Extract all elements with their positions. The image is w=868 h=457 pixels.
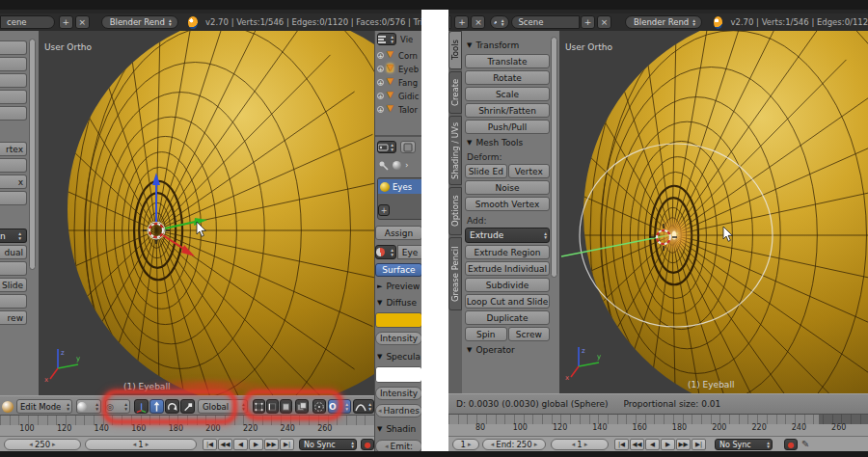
subdivide-button[interactable]: Subdivide <box>465 278 550 292</box>
3d-viewport[interactable]: zyx User Ortho (1) Eyeball <box>39 31 374 395</box>
tool-shelf-stub-button[interactable] <box>0 73 27 88</box>
sync-mode-dropdown[interactable]: No Sync▴▾ <box>299 439 357 450</box>
panel-header-specular[interactable]: ▼Specula <box>377 352 420 362</box>
tool-shelf-stub-button[interactable] <box>0 191 27 205</box>
tab-options[interactable]: Options <box>448 187 462 235</box>
duplicate-button[interactable]: Duplicate <box>465 310 550 325</box>
add-scene-button[interactable]: + <box>581 15 595 29</box>
render-engine-dropdown[interactable]: Blender Render▴▾ <box>625 15 702 29</box>
outliner-item[interactable]: Eyeb <box>398 65 421 74</box>
tool-shelf-stub-button[interactable]: rew <box>0 310 27 325</box>
specular-intensity-slider[interactable]: Intensity <box>375 387 421 400</box>
loop-cut-and-slide-button[interactable]: Loop Cut and Slide <box>465 294 550 309</box>
scene-name-field[interactable]: Scene <box>511 15 580 29</box>
rotate-button[interactable]: Rotate <box>465 70 550 85</box>
jump-to-end-button[interactable]: ▶| <box>692 439 706 450</box>
jump-to-start-button[interactable]: |◀ <box>614 439 629 450</box>
expand-icon[interactable]: + <box>377 106 384 113</box>
assign-button[interactable]: Assign <box>375 226 421 240</box>
material-slot-active[interactable]: Eyes <box>378 179 421 194</box>
tab-tools[interactable]: Tools <box>448 31 462 69</box>
close-button[interactable]: × <box>471 15 485 29</box>
falloff-dropdown[interactable]: ▴▾ <box>353 399 374 414</box>
slide-ed-button[interactable]: Slide Ed <box>465 164 507 178</box>
play-button[interactable]: ▶ <box>249 439 263 450</box>
record-button[interactable]: ● <box>784 439 798 450</box>
3d-viewport[interactable]: zyx User Ortho (1) Eyeball <box>559 31 868 393</box>
tool-shelf-stub-button[interactable] <box>0 294 27 309</box>
specular-color-swatch[interactable] <box>375 366 421 383</box>
panel-header-shading[interactable]: ▼Shadin <box>377 424 416 434</box>
extrude-individual-button[interactable]: Extrude Individual <box>465 261 550 276</box>
tool-shelf-stub-button[interactable] <box>0 40 27 55</box>
current-frame-field[interactable]: ◂1▸ <box>85 439 197 450</box>
noise-button[interactable]: Noise <box>465 180 550 195</box>
scene-name-field[interactable]: cene <box>0 15 55 29</box>
scale-button[interactable]: Scale <box>465 87 550 101</box>
tab-grease-pencil[interactable]: Grease Pencil <box>448 237 462 310</box>
editor-type-dropdown[interactable]: ▴▾ <box>377 141 396 153</box>
start-frame-field[interactable]: 1▸ <box>452 439 479 450</box>
timeline-ruler[interactable]: 80100120140160180200220240260 <box>448 415 868 436</box>
vertex-button[interactable]: Vertex <box>508 164 551 178</box>
mode-dropdown[interactable]: Edit Mode▴▾ <box>16 399 72 414</box>
hardness-slider[interactable]: ◂Hardnes <box>375 404 421 417</box>
expand-icon[interactable]: + <box>377 79 384 86</box>
jump-to-start-button[interactable]: |◀ <box>203 439 217 450</box>
prev-keyframe-button[interactable]: ◀◀ <box>218 439 232 450</box>
tab-shading-uvs[interactable]: Shading / UVs <box>448 116 462 185</box>
sync-mode-dropdown[interactable]: No Sync▴▾ <box>715 439 773 450</box>
jump-to-end-button[interactable]: ▶| <box>280 439 294 450</box>
add-button[interactable]: + <box>454 15 469 29</box>
add-scene-button[interactable]: + <box>59 15 73 29</box>
scene-browse-dropdown[interactable]: ▴▾ <box>490 15 509 29</box>
screw-button[interactable]: Screw <box>508 327 551 341</box>
emit-slider[interactable]: ◂Emit: <box>375 440 421 451</box>
smooth-vertex-button[interactable]: Smooth Vertex <box>465 197 550 211</box>
material-preview-dropdown[interactable]: ▴▾ <box>375 245 396 259</box>
shrink-fatten-button[interactable]: Shrink/Fatten <box>465 103 550 118</box>
next-keyframe-button[interactable]: ▶▶ <box>264 439 279 450</box>
panel-header-preview[interactable]: ►Preview <box>377 282 420 291</box>
material-name-field[interactable]: Eye <box>397 245 421 259</box>
shelf-scrollbar[interactable] <box>551 37 557 278</box>
close-scene-button[interactable]: × <box>75 15 90 29</box>
outliner-item[interactable]: Fang <box>398 78 421 88</box>
tool-shelf-stub-button[interactable]: x <box>0 175 27 189</box>
panel-header-mesh-tools[interactable]: ▼Mesh Tools <box>467 138 550 148</box>
render-engine-dropdown[interactable]: Blender Render▴▾ <box>101 15 178 29</box>
push-pull-button[interactable]: Push/Pull <box>465 120 550 134</box>
prev-keyframe-button[interactable]: ◀◀ <box>630 439 644 450</box>
pin-icon[interactable] <box>378 160 389 173</box>
play-button[interactable]: ▶ <box>661 439 675 450</box>
tool-shelf-stub-button[interactable]: Slide <box>0 278 27 292</box>
outliner-item[interactable]: Gidic <box>398 92 421 101</box>
play-reverse-button[interactable]: ◀ <box>645 439 660 450</box>
shelf-scrollbar[interactable] <box>29 39 36 270</box>
tool-shelf-stub-button[interactable]: n▴▾ <box>0 228 27 243</box>
panel-header-operator[interactable]: ▼Operator <box>467 345 550 355</box>
next-keyframe-button[interactable]: ▶▶ <box>676 439 691 450</box>
diffuse-color-swatch[interactable] <box>375 312 421 328</box>
viewport-canvas[interactable]: zyx <box>39 31 374 395</box>
tool-shelf-stub-button[interactable]: rtex <box>0 142 27 156</box>
record-button[interactable]: ● <box>361 439 374 450</box>
extrude-dropdown[interactable]: Extrude▴▾ <box>465 228 550 243</box>
expand-icon[interactable]: + <box>377 93 384 99</box>
close-scene-button[interactable]: × <box>597 15 611 29</box>
extrude-region-button[interactable]: Extrude Region <box>465 245 550 259</box>
diffuse-intensity-slider[interactable]: Intensity <box>375 332 421 345</box>
play-reverse-button[interactable]: ◀ <box>233 439 248 450</box>
tab-create[interactable]: Create <box>448 71 462 114</box>
editor-type-dropdown[interactable]: ▴▾ <box>377 33 396 45</box>
tool-shelf-stub-button[interactable] <box>0 106 27 121</box>
brush-icon[interactable]: ✎ <box>801 439 809 449</box>
end-frame-field[interactable]: ◂250▸ <box>4 439 81 450</box>
outliner-view-menu[interactable]: Vie <box>400 35 413 44</box>
panel-header-diffuse[interactable]: ▼Diffuse <box>377 298 417 308</box>
tool-shelf-stub-button[interactable] <box>0 57 27 71</box>
viewport-canvas[interactable]: zyx <box>559 31 868 393</box>
tool-shelf-stub-button[interactable] <box>0 158 27 173</box>
current-frame-field[interactable]: ◂1▸ <box>551 439 609 450</box>
expand-icon[interactable]: + <box>377 52 384 59</box>
